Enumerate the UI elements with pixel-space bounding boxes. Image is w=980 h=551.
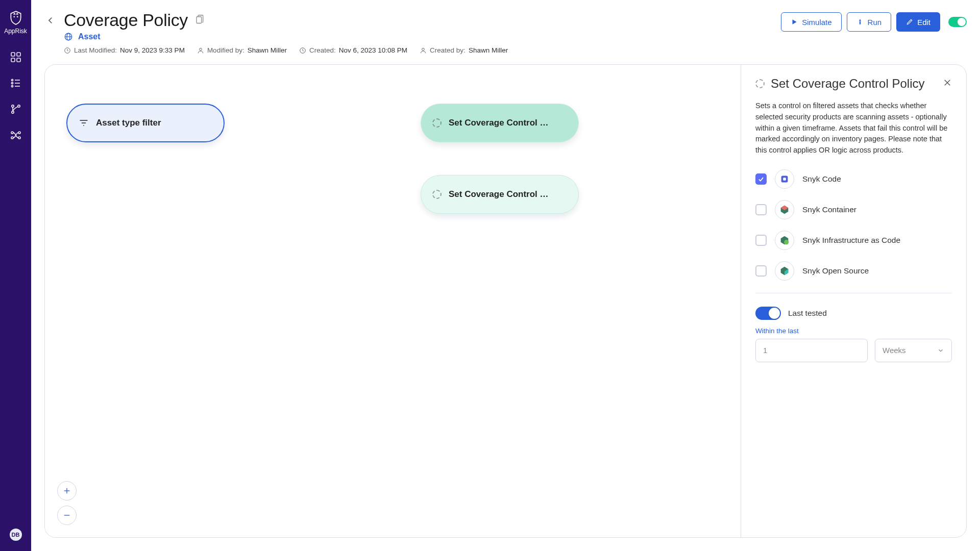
checkbox-snyk-oss[interactable] <box>755 265 767 277</box>
last-modified-label: Last Modified: <box>74 46 117 54</box>
plus-icon <box>63 487 71 495</box>
within-label: Within the last <box>755 327 952 335</box>
meta-info: Last Modified: Nov 9, 2023 9:33 PM Modif… <box>64 46 774 54</box>
svg-rect-5 <box>17 58 20 62</box>
panel-title: Set Coverage Control Policy <box>771 76 937 91</box>
node-asset-filter[interactable]: Asset type filter <box>66 104 225 142</box>
node-label: Asset type filter <box>96 118 161 128</box>
breadcrumb[interactable]: Asset <box>64 32 774 41</box>
zoom-in-button[interactable] <box>57 481 77 500</box>
product-list: Snyk Code Snyk Container Snyk Infrastruc… <box>755 169 952 293</box>
branch-icon <box>10 103 22 115</box>
panel-description: Sets a control on filtered assets that c… <box>755 101 952 156</box>
pencil-icon <box>906 18 913 26</box>
close-icon <box>943 78 952 87</box>
nav-branches[interactable] <box>10 103 22 117</box>
within-value-input[interactable] <box>755 339 868 362</box>
run-button[interactable]: Run <box>847 12 892 32</box>
flow-canvas[interactable]: Asset type filter Set Coverage Control …… <box>45 65 741 537</box>
page-header: Coverage Policy Asset Last Modified: Nov <box>44 10 967 54</box>
clock-icon <box>64 47 71 54</box>
enable-toggle[interactable] <box>948 17 967 27</box>
last-tested-toggle[interactable] <box>755 307 781 320</box>
svg-point-14 <box>17 105 19 107</box>
checkbox-snyk-container[interactable] <box>755 204 767 215</box>
copy-icon <box>195 14 204 24</box>
zoom-controls <box>57 481 77 525</box>
last-tested-label: Last tested <box>788 309 827 318</box>
svg-point-10 <box>11 85 13 87</box>
svg-rect-3 <box>17 53 20 56</box>
brand-icon <box>775 261 794 281</box>
created-value: Nov 6, 2023 10:08 PM <box>339 46 407 54</box>
svg-point-38 <box>784 240 789 244</box>
play-icon <box>791 18 798 26</box>
zoom-out-button[interactable] <box>57 506 77 525</box>
run-label: Run <box>868 18 882 27</box>
brand-icon <box>775 200 794 219</box>
created-label: Created: <box>309 46 336 54</box>
chevron-left-icon <box>46 16 55 25</box>
filter-icon <box>79 118 89 128</box>
svg-point-18 <box>18 137 20 139</box>
checkbox-snyk-iac[interactable] <box>755 235 767 246</box>
brand-icon <box>775 231 794 250</box>
user-icon <box>420 47 427 54</box>
svg-point-12 <box>11 105 13 107</box>
workspace: Asset type filter Set Coverage Control …… <box>44 64 967 538</box>
svg-point-8 <box>11 82 13 84</box>
node-coverage-a[interactable]: Set Coverage Control … <box>421 104 579 142</box>
page-title: Coverage Policy <box>64 10 188 30</box>
edit-label: Edit <box>917 18 930 27</box>
checkbox-snyk-code[interactable] <box>755 173 767 185</box>
product-label: Snyk Container <box>802 205 856 214</box>
user-icon <box>197 47 204 54</box>
chevron-down-icon <box>937 347 944 354</box>
list-icon <box>10 77 22 89</box>
edit-button[interactable]: Edit <box>896 12 940 32</box>
shield-icon <box>9 10 23 26</box>
svg-rect-4 <box>11 58 15 62</box>
breadcrumb-label: Asset <box>78 32 101 41</box>
svg-point-26 <box>422 48 425 51</box>
product-label: Snyk Infrastructure as Code <box>802 236 900 245</box>
created-by-value: Shawn Miller <box>469 46 508 54</box>
app-logo[interactable]: AppRisk <box>4 10 27 35</box>
sidebar: AppRisk <box>0 0 31 551</box>
product-row-snyk-iac: Snyk Infrastructure as Code <box>755 231 952 250</box>
close-panel-button[interactable] <box>943 78 952 89</box>
svg-point-0 <box>13 16 15 18</box>
product-label: Snyk Open Source <box>802 266 869 276</box>
svg-rect-37 <box>783 178 786 181</box>
spinner-icon <box>432 190 442 199</box>
user-avatar[interactable]: DB <box>10 529 22 541</box>
created-by-label: Created by: <box>430 46 465 54</box>
spinner-icon <box>432 118 442 128</box>
product-label: Snyk Code <box>802 174 841 184</box>
within-unit-select[interactable]: Weeks <box>875 339 952 362</box>
main-area: Coverage Policy Asset Last Modified: Nov <box>31 0 980 551</box>
spinner-icon <box>755 79 765 88</box>
brand-icon <box>775 169 794 189</box>
product-row-snyk-container: Snyk Container <box>755 200 952 219</box>
nav-list[interactable] <box>10 77 22 91</box>
grid-icon <box>10 51 22 63</box>
modified-by-value: Shawn Miller <box>248 46 287 54</box>
simulate-button[interactable]: Simulate <box>781 12 841 32</box>
copy-button[interactable] <box>195 14 204 26</box>
globe-icon <box>64 32 73 41</box>
product-row-snyk-oss: Snyk Open Source <box>755 261 952 281</box>
simulate-label: Simulate <box>802 18 831 27</box>
node-coverage-b[interactable]: Set Coverage Control … <box>421 175 579 214</box>
node-label: Set Coverage Control … <box>449 189 549 199</box>
back-button[interactable] <box>44 14 57 27</box>
nav-flow[interactable] <box>10 129 22 143</box>
svg-point-6 <box>11 79 13 81</box>
clock-icon <box>299 47 306 54</box>
svg-rect-2 <box>11 53 15 56</box>
svg-point-24 <box>200 48 202 51</box>
flow-icon <box>10 129 22 141</box>
last-modified-value: Nov 9, 2023 9:33 PM <box>120 46 185 54</box>
nav-dashboard[interactable] <box>10 51 22 65</box>
svg-point-15 <box>11 132 13 134</box>
